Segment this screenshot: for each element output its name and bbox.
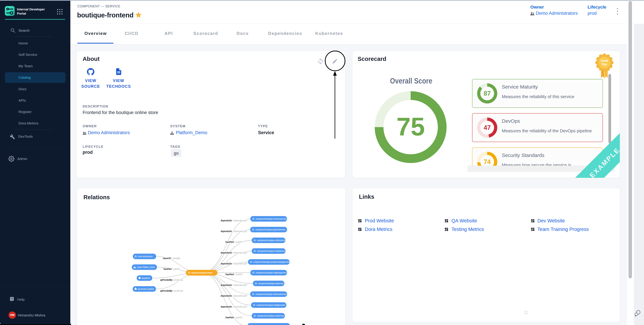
svg-text:hasPart / partOf: hasPart / partOf <box>226 241 242 243</box>
svg-text:Tier: Tier <box>602 62 608 66</box>
svg-text:component:boutique-shippingser: component:boutique-shippingservice <box>256 271 286 274</box>
svg-text:dependsOn / dependencyOf: dependsOn / dependencyOf <box>221 219 247 222</box>
svg-text:component:boutique-paymentserv: component:boutique-paymentservice <box>256 228 286 231</box>
svg-text:Demo Administrators: Demo Administrators <box>138 255 152 258</box>
svg-text:component:boutique-loadgenerat: component:boutique-loadgenerator <box>256 304 286 306</box>
svg-text:component:boutique-checkoutser: component:boutique-checkoutservice <box>256 293 286 296</box>
svg-text:?: ? <box>11 298 13 300</box>
svg-text:hasPart / partOf: hasPart / partOf <box>226 316 242 319</box>
svg-text:dependsOn / dependencyOf: dependsOn / dependencyOf <box>221 251 247 254</box>
svg-text:apiProvidedBy / providesApi: apiProvidedBy / providesApi <box>160 279 183 281</box>
svg-text:component:boutique-productcata: component:boutique-productcatalogservice <box>253 261 290 263</box>
svg-text:dependsOn / dependencyOf: dependsOn / dependencyOf <box>221 262 247 265</box>
svg-text:dependsOn / dependencyOf: dependsOn / dependencyOf <box>221 230 247 233</box>
svg-text:component:boutique-currencyser: component:boutique-currencyservice <box>256 218 286 220</box>
svg-text:apiProvidedBy / providesApi: apiProvidedBy / providesApi <box>160 290 183 292</box>
svg-text:hasPart / partOf: hasPart / partOf <box>164 268 180 270</box>
svg-text:api:starwars-graphql: api:starwars-graphql <box>138 288 154 290</box>
svg-text:dependsOn / dependencyOf: dependsOn / dependencyOf <box>221 295 247 297</box>
svg-text:component:boutique-adservice: component:boutique-adservice <box>258 282 284 285</box>
svg-text:system:Platform_Demo: system:Platform_Demo <box>137 266 155 269</box>
svg-text:hasPart / partOf: hasPart / partOf <box>226 273 242 276</box>
svg-text:component:boutique-redisservic: component:boutique-redisservice <box>257 239 285 242</box>
svg-text:component:boutique-cartservice: component:boutique-cartservice <box>257 315 284 317</box>
svg-text:component:boutique-frontend: component:boutique-frontend <box>191 272 212 274</box>
svg-text:component:boutique-emailservic: component:boutique-emailservice <box>257 250 285 252</box>
svg-text:api:petstore: api:petstore <box>142 277 150 279</box>
svg-text:ownerOf / ownedBy: ownerOf / ownedBy <box>163 257 180 260</box>
svg-text:dependsOn / dependencyOf: dependsOn / dependencyOf <box>221 284 247 287</box>
svg-text:dependsOn / dependencyOf: dependsOn / dependencyOf <box>221 305 247 308</box>
svg-text:Gold: Gold <box>601 59 608 62</box>
